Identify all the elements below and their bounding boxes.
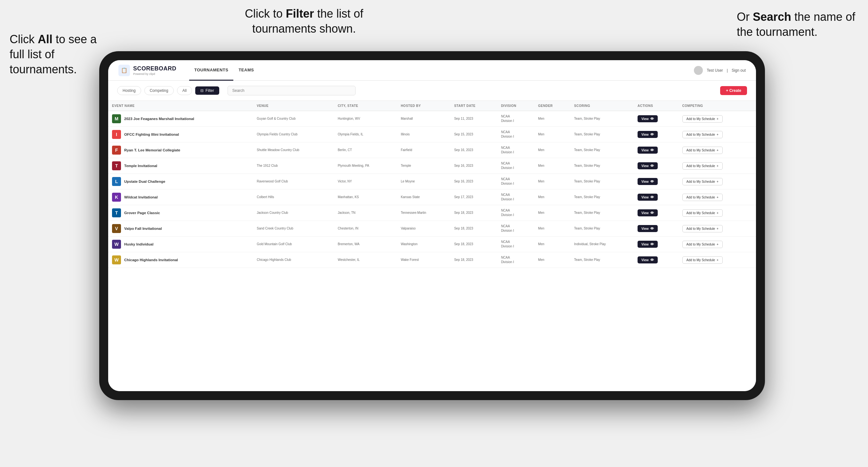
event-name-cell: V Valpo Fall Invitational (108, 221, 253, 237)
nav-teams[interactable]: TEAMS (233, 60, 259, 81)
competing-cell: Add to My Schedule + (679, 127, 756, 143)
division-cell: NCAADivision I (497, 189, 534, 205)
user-name: Test User (707, 68, 723, 73)
view-button[interactable]: View 👁 (638, 178, 658, 185)
gender-cell: Men (534, 127, 570, 143)
city-state-cell: Victor, NY (334, 174, 397, 189)
competing-cell: Add to My Schedule + (679, 111, 756, 127)
add-to-schedule-button[interactable]: Add to My Schedule + (682, 256, 723, 264)
add-to-schedule-button[interactable]: Add to My Schedule + (682, 131, 723, 138)
gender-cell: Men (534, 252, 570, 268)
eye-icon: 👁 (650, 258, 654, 262)
city-state-cell: Chesterton, IN (334, 221, 397, 237)
sign-out-link[interactable]: Sign out (732, 68, 746, 73)
actions-cell: View 👁 (634, 111, 679, 127)
venue-cell: Sand Creek Country Club (253, 221, 334, 237)
venue-cell: Colbert Hills (253, 189, 334, 205)
gender-cell: Men (534, 143, 570, 158)
add-to-schedule-button[interactable]: Add to My Schedule + (682, 225, 723, 232)
venue-cell: Guyan Golf & Country Club (253, 111, 334, 127)
table-row: M 2023 Joe Feaganes Marshall Invitationa… (108, 111, 756, 127)
view-button[interactable]: View 👁 (638, 194, 658, 201)
eye-icon: 👁 (650, 117, 654, 121)
tab-hosting[interactable]: Hosting (117, 86, 141, 95)
search-input[interactable] (227, 86, 355, 95)
actions-cell: View 👁 (634, 189, 679, 205)
city-state-cell: Berlin, CT (334, 143, 397, 158)
hosted-by-cell: Valparaiso (397, 221, 450, 237)
division-cell: NCAADivision I (497, 158, 534, 174)
col-competing: COMPETING (679, 101, 756, 111)
gender-cell: Men (534, 174, 570, 189)
view-button[interactable]: View 👁 (638, 209, 658, 216)
hosted-by-cell: Wake Forest (397, 252, 450, 268)
create-button[interactable]: + Create (720, 86, 747, 95)
gender-cell: Men (534, 189, 570, 205)
gender-cell: Men (534, 111, 570, 127)
venue-cell: Ravenwood Golf Club (253, 174, 334, 189)
event-name: Temple Invitational (124, 164, 157, 168)
event-name: 2023 Joe Feaganes Marshall Invitational (124, 117, 194, 121)
col-venue: VENUE (253, 101, 334, 111)
start-date-cell: Sep 18, 2023 (450, 221, 497, 237)
view-button[interactable]: View 👁 (638, 225, 658, 232)
start-date-cell: Sep 16, 2023 (450, 143, 497, 158)
view-button[interactable]: View 👁 (638, 241, 658, 248)
competing-cell: Add to My Schedule + (679, 189, 756, 205)
start-date-cell: Sep 18, 2023 (450, 252, 497, 268)
start-date-cell: Sep 18, 2023 (450, 237, 497, 252)
col-gender: GENDER (534, 101, 570, 111)
event-name: Valpo Fall Invitational (124, 227, 162, 230)
plus-icon: + (717, 258, 718, 262)
team-logo: L (112, 177, 121, 186)
gender-cell: Men (534, 158, 570, 174)
scoreboard-logo-icon: 📋 (118, 65, 130, 76)
add-to-schedule-button[interactable]: Add to My Schedule + (682, 209, 723, 217)
scoring-cell: Team, Stroke Play (570, 158, 634, 174)
event-name: OFCC Fighting Illini Invitational (124, 132, 179, 136)
start-date-cell: Sep 18, 2023 (450, 205, 497, 221)
city-state-cell: Olympia Fields, IL (334, 127, 397, 143)
event-name-cell: I OFCC Fighting Illini Invitational (108, 127, 253, 143)
add-to-schedule-button[interactable]: Add to My Schedule + (682, 194, 723, 201)
start-date-cell: Sep 11, 2023 (450, 111, 497, 127)
team-logo: I (112, 130, 121, 139)
start-date-cell: Sep 17, 2023 (450, 189, 497, 205)
venue-cell: Gold Mountain Golf Club (253, 237, 334, 252)
eye-icon: 👁 (650, 164, 654, 168)
tab-competing[interactable]: Competing (144, 86, 174, 95)
table-row: F Ryan T. Lee Memorial Collegiate Shuttl… (108, 143, 756, 158)
table-header-row: EVENT NAME VENUE CITY, STATE HOSTED BY S… (108, 101, 756, 111)
col-actions: ACTIONS (634, 101, 679, 111)
add-to-schedule-button[interactable]: Add to My Schedule + (682, 115, 723, 123)
eye-icon: 👁 (650, 180, 654, 183)
team-logo: F (112, 146, 121, 155)
eye-icon: 👁 (650, 211, 654, 215)
plus-icon: + (717, 164, 718, 168)
view-button[interactable]: View 👁 (638, 256, 658, 263)
competing-cell: Add to My Schedule + (679, 252, 756, 268)
nav-tournaments[interactable]: TOURNAMENTS (189, 60, 233, 81)
hosted-by-cell: Washington (397, 237, 450, 252)
col-event-name: EVENT NAME (108, 101, 253, 111)
hosted-by-cell: Le Moyne (397, 174, 450, 189)
scoring-cell: Team, Stroke Play (570, 205, 634, 221)
team-logo: T (112, 161, 121, 170)
view-button[interactable]: View 👁 (638, 131, 658, 138)
add-to-schedule-button[interactable]: Add to My Schedule + (682, 147, 723, 154)
add-to-schedule-button[interactable]: Add to My Schedule + (682, 162, 723, 169)
view-button[interactable]: View 👁 (638, 115, 658, 122)
filter-button[interactable]: ⊟ Filter (195, 86, 219, 95)
hosted-by-cell: Illinois (397, 127, 450, 143)
add-to-schedule-button[interactable]: Add to My Schedule + (682, 178, 723, 185)
tab-all[interactable]: All (177, 86, 192, 95)
event-name-cell: W Husky Individual (108, 237, 253, 252)
add-to-schedule-button[interactable]: Add to My Schedule + (682, 241, 723, 248)
actions-cell: View 👁 (634, 221, 679, 237)
annotation-top-center: Click to Filter the list oftournaments s… (224, 6, 384, 36)
view-button[interactable]: View 👁 (638, 147, 658, 154)
actions-cell: View 👁 (634, 174, 679, 189)
view-button[interactable]: View 👁 (638, 162, 658, 169)
city-state-cell: Westchester, IL (334, 252, 397, 268)
filter-icon: ⊟ (200, 88, 204, 93)
